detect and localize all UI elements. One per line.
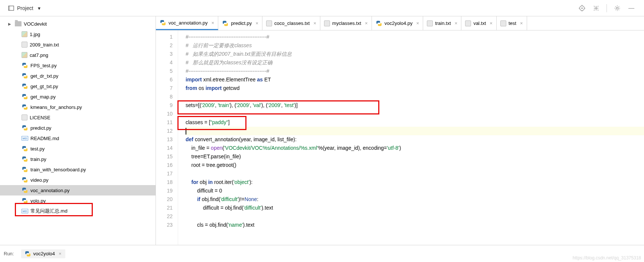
editor-tab[interactable]: test× <box>497 16 527 30</box>
code-line[interactable]: cls = obj.find('name').text <box>186 221 644 229</box>
tree-file[interactable]: test.py <box>0 143 156 154</box>
folder-name: VOCdevkit <box>24 21 47 27</box>
tree-file[interactable]: kmeans_for_anchors.py <box>0 102 156 112</box>
tree-file[interactable]: 2009_train.txt <box>0 39 156 50</box>
gutter: 1234567891011121314151617181920212223 <box>156 30 178 245</box>
code-line[interactable]: #---------------------------------------… <box>186 67 644 75</box>
toolbar-separator <box>607 4 607 12</box>
python-icon <box>22 83 28 90</box>
tree-file[interactable]: get_gt_txt.py <box>0 81 156 91</box>
close-icon[interactable]: × <box>416 20 419 26</box>
code-line[interactable]: difficult = obj.find('difficult').text <box>186 204 644 212</box>
close-icon[interactable]: × <box>256 20 259 26</box>
chevron-right-icon[interactable]: ▶ <box>8 22 13 26</box>
python-icon <box>22 124 28 131</box>
text-icon <box>22 42 27 48</box>
run-label: Run: <box>4 251 14 256</box>
svg-point-3 <box>581 7 583 9</box>
close-icon[interactable]: × <box>59 251 62 256</box>
python-icon <box>22 177 28 183</box>
top-toolbar: Project ▾ — <box>0 0 644 16</box>
close-icon[interactable]: × <box>313 20 316 26</box>
editor-tab[interactable]: val.txt× <box>461 16 497 30</box>
tree-file[interactable]: train.py <box>0 154 156 164</box>
svg-line-11 <box>598 6 598 7</box>
tree-file[interactable]: FPS_test.py <box>0 60 156 71</box>
file-name: get_map.py <box>30 94 56 100</box>
close-icon[interactable]: × <box>455 20 458 26</box>
code-line[interactable] <box>186 93 644 101</box>
code-line[interactable]: classes = ["paddy"] <box>186 118 644 127</box>
bottom-panel: Run: voc2yolo4 × https://blog.csdn.net/q… <box>0 245 644 262</box>
code-line[interactable]: for obj in root.iter('object'): <box>186 178 644 187</box>
file-name: 2009_train.txt <box>30 42 59 48</box>
tree-file[interactable]: MDREADME.md <box>0 133 156 143</box>
project-tree[interactable]: ▶ VOCdevkit 1.jpg2009_train.txtcat7.pngF… <box>0 16 156 245</box>
editor-tab[interactable]: myclasses.txt× <box>320 16 372 30</box>
file-name: LICENSE <box>30 115 50 120</box>
text-icon <box>500 20 506 26</box>
code-line[interactable]: difficult = 0 <box>186 187 644 195</box>
code-line[interactable]: if obj.find('difficult')!=None: <box>186 195 644 204</box>
code-line[interactable]: in_file = open('VOCdevkit/VOC%s/Annotati… <box>186 144 644 152</box>
run-tab-label: voc2yolo4 <box>33 251 55 256</box>
expand-icon[interactable] <box>592 4 600 12</box>
tree-file[interactable]: cat7.png <box>0 50 156 60</box>
tree-file[interactable]: video.py <box>0 175 156 185</box>
code-line[interactable] <box>186 169 644 178</box>
editor-tab[interactable]: coco_classes.txt× <box>262 16 320 30</box>
python-icon <box>22 93 28 100</box>
code-line[interactable]: sets=[('2009', 'train'), ('2009', 'val')… <box>186 101 644 110</box>
tree-file[interactable]: MD常见问题汇总.md <box>0 206 156 216</box>
tree-file[interactable]: voc_annotation.py <box>0 185 156 195</box>
project-tool-button[interactable]: Project ▾ <box>4 3 46 13</box>
editor-tab[interactable]: voc_annotation.py× <box>156 16 218 30</box>
tree-file[interactable]: 1.jpg <box>0 29 156 39</box>
svg-line-12 <box>594 10 595 10</box>
text-icon <box>22 114 27 120</box>
tree-file[interactable]: train_with_tensorboard.py <box>0 164 156 175</box>
code-editor[interactable]: #---------------------------------------… <box>178 30 644 245</box>
tab-label: myclasses.txt <box>332 20 361 26</box>
python-icon <box>22 145 28 152</box>
gear-icon[interactable] <box>614 4 621 12</box>
code-line[interactable]: tree=ET.parse(in_file) <box>186 152 644 161</box>
tree-file[interactable]: get_map.py <box>0 91 156 102</box>
code-line[interactable]: # 如果生成的2007_train.txt里面没有目标信息 <box>186 50 644 58</box>
text-icon <box>427 20 433 26</box>
code-line[interactable] <box>186 127 644 135</box>
editor-tab[interactable]: predict.py× <box>218 16 262 30</box>
close-icon[interactable]: × <box>520 20 523 26</box>
editor-tab[interactable]: voc2yolo4.py× <box>372 16 423 30</box>
run-tab[interactable]: voc2yolo4 × <box>21 249 65 258</box>
file-name: kmeans_for_anchors.py <box>30 104 82 110</box>
target-icon[interactable] <box>578 4 586 12</box>
editor-tab[interactable]: train.txt× <box>423 16 461 30</box>
image-icon <box>22 31 27 37</box>
file-name: train.py <box>30 156 46 162</box>
code-line[interactable] <box>186 110 644 118</box>
code-line[interactable]: # 运行前一定要修改classes <box>186 41 644 50</box>
close-icon[interactable]: × <box>490 20 493 26</box>
tree-folder[interactable]: ▶ VOCdevkit <box>0 19 156 29</box>
watermark: https://blog.csdn.net/qq_31375318 <box>573 255 641 261</box>
code-line[interactable]: from os import getcwd <box>186 84 644 93</box>
code-line[interactable]: root = tree.getroot() <box>186 161 644 169</box>
code-line[interactable] <box>186 212 644 221</box>
close-icon[interactable]: × <box>365 20 368 26</box>
tree-file[interactable]: yolo.py <box>0 195 156 206</box>
tree-file[interactable]: get_dr_txt.py <box>0 71 156 81</box>
code-line[interactable]: def convert_annotation(year, image_id, l… <box>186 135 644 144</box>
tab-label: voc2yolo4.py <box>385 20 413 26</box>
code-line[interactable]: # 那么就是因为classes没有设定正确 <box>186 58 644 67</box>
project-label: Project <box>17 5 33 11</box>
file-name: cat7.png <box>30 52 48 58</box>
tree-file[interactable]: predict.py <box>0 123 156 133</box>
hide-icon[interactable]: — <box>628 4 635 12</box>
python-icon <box>22 104 28 110</box>
code-line[interactable]: #---------------------------------------… <box>186 33 644 41</box>
close-icon[interactable]: × <box>212 20 215 26</box>
python-icon <box>22 187 28 194</box>
code-line[interactable]: import xml.etree.ElementTree as ET <box>186 75 644 84</box>
tree-file[interactable]: LICENSE <box>0 112 156 123</box>
